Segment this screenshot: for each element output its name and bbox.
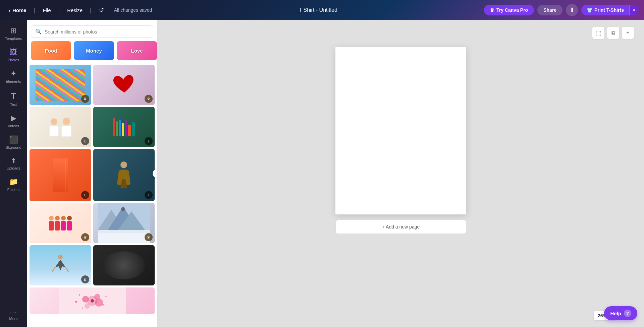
sidebar-item-templates[interactable]: ⊞ Templates bbox=[2, 23, 25, 44]
svg-point-14 bbox=[95, 299, 103, 307]
print-button[interactable]: 👕 Print T-Shirts bbox=[581, 5, 629, 15]
frame-icon: ⬚ bbox=[596, 30, 601, 36]
add-tool-button[interactable]: + bbox=[622, 27, 634, 39]
crown-badge4: ♛ bbox=[145, 233, 153, 241]
topbar-left: ‹ Home | File | Resize | ↺ All changes s… bbox=[5, 4, 152, 16]
more-icon: ··· bbox=[10, 309, 16, 315]
pound-badge: £ bbox=[81, 137, 89, 145]
add-page-button[interactable]: + Add a new page bbox=[335, 220, 466, 234]
folders-icon: 📁 bbox=[9, 178, 18, 186]
help-label: Help bbox=[610, 311, 621, 316]
crown-badge3: ♛ bbox=[81, 233, 89, 241]
try-canva-pro-button[interactable]: ♛ Try Canva Pro bbox=[484, 5, 534, 15]
help-button[interactable]: Help ? bbox=[604, 306, 637, 320]
topbar-separator: | bbox=[34, 7, 36, 14]
pound-badge4: £ bbox=[145, 191, 153, 199]
text-label: Text bbox=[10, 103, 17, 107]
copy-icon: ⧉ bbox=[611, 30, 615, 36]
category-love[interactable]: Love bbox=[117, 41, 157, 60]
svg-line-9 bbox=[52, 267, 55, 272]
category-food[interactable]: Food bbox=[31, 41, 71, 60]
photo-building[interactable]: £ bbox=[30, 149, 91, 201]
crown-badge: ♛ bbox=[81, 95, 89, 103]
download-icon: ⬇ bbox=[570, 6, 575, 14]
help-icon: ? bbox=[624, 310, 631, 317]
resize-button[interactable]: Resize bbox=[64, 5, 86, 15]
sidebar-item-more[interactable]: ··· More bbox=[2, 306, 25, 324]
uploads-icon: ⬆ bbox=[11, 157, 16, 165]
topbar-separator2: | bbox=[58, 7, 60, 14]
home-button[interactable]: ‹ Home bbox=[5, 5, 30, 15]
photo-fitness[interactable]: ♛ bbox=[30, 203, 91, 243]
pound-badge2: £ bbox=[145, 137, 153, 145]
topbar: ‹ Home | File | Resize | ↺ All changes s… bbox=[0, 0, 644, 20]
videos-icon: ▶ bbox=[11, 114, 16, 123]
undo-button[interactable]: ↺ bbox=[96, 4, 107, 16]
svg-point-16 bbox=[85, 303, 90, 309]
videos-label: Videos bbox=[8, 124, 19, 128]
sidebar-item-videos[interactable]: ▶ Videos bbox=[2, 111, 25, 131]
file-button[interactable]: File bbox=[39, 5, 54, 15]
photo-heart[interactable]: ♛ bbox=[93, 65, 155, 105]
photo-person[interactable]: £ bbox=[93, 149, 155, 201]
canvas-page bbox=[335, 47, 466, 214]
crown-icon: ♛ bbox=[490, 7, 494, 13]
sidebar-item-folders[interactable]: 📁 Folders bbox=[2, 174, 25, 195]
elements-label: Elements bbox=[6, 79, 21, 83]
mountain-graphic bbox=[98, 203, 150, 243]
sidebar-item-uploads[interactable]: ⬆ Uploads bbox=[2, 153, 25, 174]
folders-label: Folders bbox=[7, 188, 20, 192]
canvas-area: ⬚ ⧉ + + Add a new page 26% ⤢ Help ? bbox=[158, 20, 644, 327]
fitness-graphic bbox=[49, 216, 72, 231]
search-input[interactable] bbox=[45, 29, 149, 35]
elements-icon: ✦ bbox=[10, 69, 16, 78]
topbar-center: T Shirt - Untitled bbox=[156, 7, 480, 13]
svg-point-8 bbox=[58, 255, 63, 259]
svg-point-15 bbox=[91, 299, 94, 303]
building-graphic bbox=[53, 158, 68, 192]
download-button[interactable]: ⬇ bbox=[566, 4, 578, 16]
photos-label: Photos bbox=[8, 58, 19, 62]
sidebar-item-background[interactable]: ⬛ Bkground bbox=[2, 132, 25, 153]
text-icon: T bbox=[11, 91, 16, 101]
category-row: Food Money Love › bbox=[27, 41, 157, 63]
photos-grid: ♛ ··· ♛ bbox=[27, 63, 157, 327]
crown-badge2: ♛ bbox=[145, 95, 153, 103]
sidebar-item-text[interactable]: T Text bbox=[2, 87, 25, 110]
print-button-group: 👕 Print T-Shirts ▾ bbox=[581, 5, 639, 15]
sidebar: ⊞ Templates 🖼 Photos ✦ Elements T Text ▶… bbox=[0, 20, 27, 327]
svg-line-10 bbox=[65, 267, 69, 272]
frame-tool-button[interactable]: ⬚ bbox=[592, 27, 604, 39]
search-icon: 🔍 bbox=[35, 28, 42, 35]
babies-graphic bbox=[49, 118, 71, 137]
print-label: Print T-Shirts bbox=[594, 7, 624, 13]
sidebar-item-photos[interactable]: 🖼 Photos bbox=[2, 45, 25, 65]
photo-supplies[interactable]: £ ··· bbox=[93, 107, 155, 147]
photo-yoga[interactable]: £ bbox=[30, 245, 91, 285]
sidebar-item-elements[interactable]: ✦ Elements bbox=[2, 66, 25, 87]
chevron-left-icon: ‹ bbox=[9, 7, 10, 13]
search-section: 🔍 bbox=[27, 20, 157, 41]
main-content: ⊞ Templates 🖼 Photos ✦ Elements T Text ▶… bbox=[0, 20, 644, 327]
plus-icon: + bbox=[626, 30, 629, 36]
saved-indicator: All changes saved bbox=[114, 7, 152, 13]
copy-tool-button[interactable]: ⧉ bbox=[607, 27, 619, 39]
photo-mountain[interactable]: ♛ bbox=[93, 203, 155, 243]
supplies-graphic bbox=[113, 118, 135, 136]
home-label: Home bbox=[12, 7, 26, 13]
document-title: T Shirt - Untitled bbox=[299, 7, 337, 13]
love-label: Love bbox=[131, 48, 143, 54]
svg-point-17 bbox=[94, 294, 100, 300]
share-button[interactable]: Share bbox=[537, 5, 562, 15]
pound-badge3: £ bbox=[81, 191, 89, 199]
topbar-separator3: | bbox=[90, 7, 92, 14]
templates-icon: ⊞ bbox=[10, 26, 16, 35]
print-dropdown-button[interactable]: ▾ bbox=[629, 5, 639, 15]
photo-pink-floral[interactable] bbox=[30, 287, 155, 314]
photo-pencils[interactable]: ♛ ··· bbox=[30, 65, 91, 105]
photo-dark[interactable] bbox=[93, 245, 155, 285]
category-money[interactable]: Money bbox=[74, 41, 114, 60]
photo-babies[interactable]: £ bbox=[30, 107, 91, 147]
shirt-icon: 👕 bbox=[587, 7, 592, 13]
money-label: Money bbox=[86, 48, 102, 54]
